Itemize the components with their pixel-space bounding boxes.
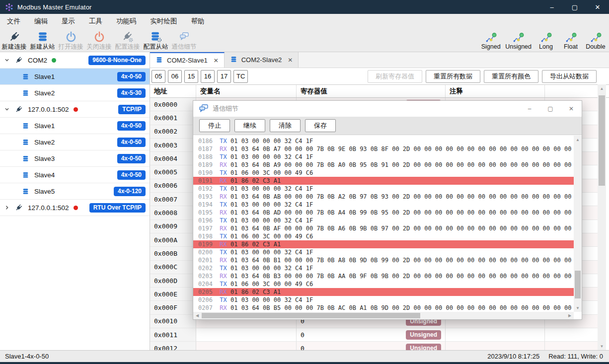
tree-slave-6[interactable]: Slave3 4x-0-50: [0, 150, 150, 167]
table-row[interactable]: 0x0012 0 Unsigned: [150, 342, 598, 350]
cell-comment[interactable]: [446, 328, 545, 342]
log-line[interactable]: 0194 TX 01 03 00 00 00 32 C4 1F: [193, 201, 574, 209]
log-line[interactable]: 0192 TX 01 03 00 00 00 32 C4 1F: [193, 185, 574, 193]
tab-COM2-Slave1[interactable]: COM2-Slave1 ✕: [150, 52, 225, 68]
tab-close-icon[interactable]: ✕: [288, 57, 293, 64]
dialog-minimize-button[interactable]: –: [519, 101, 540, 117]
tree-connection-0[interactable]: COM2 9600-8-None-One: [0, 52, 150, 69]
toolbar-float[interactable]: Float: [558, 29, 583, 51]
log-vertical-scrollbar[interactable]: ▲ ▼: [574, 136, 582, 312]
log-line[interactable]: 0195 RX 01 03 64 0B AD 00 00 00 7B 0B A4…: [193, 209, 574, 217]
comm-log[interactable]: 0186 TX 01 03 00 00 00 32 C4 1F0187 RX 0…: [193, 136, 574, 312]
fn-button-17[interactable]: 17: [217, 70, 231, 83]
log-line[interactable]: 0197 RX 01 03 64 0B AF 00 00 00 7B 0B A6…: [193, 224, 574, 232]
chevron-down-icon[interactable]: [0, 107, 13, 112]
chevron-right-icon[interactable]: [0, 205, 13, 210]
dialog-titlebar[interactable]: 通信细节 – ▢ ✕: [193, 101, 582, 117]
tree-slave-1[interactable]: Slave1 4x-0-50: [0, 69, 150, 85]
tree-slave-8[interactable]: Slave5 4x-0-120: [0, 183, 150, 200]
log-scroll-right-icon[interactable]: ▶: [566, 312, 574, 319]
table-scrollbar[interactable]: ▲ ▼: [598, 84, 606, 350]
log-line[interactable]: 0196 TX 01 03 00 00 00 32 C4 1F: [193, 217, 574, 224]
toolbar-signed[interactable]: Signed: [478, 29, 503, 51]
log-line[interactable]: 0200 TX 01 03 00 00 00 32 C4 1F: [193, 248, 574, 256]
fn-button-15[interactable]: 15: [184, 70, 198, 83]
menu-item-5[interactable]: 实时绘图: [144, 14, 184, 28]
log-scroll-up-icon[interactable]: ▲: [574, 136, 582, 144]
toolbar-comm-details[interactable]: 通信细节: [170, 29, 198, 51]
action-refresh-registers[interactable]: 刷新寄存器值: [368, 70, 422, 83]
column-header-2[interactable]: 寄存器值: [297, 85, 446, 97]
dialog-save-button[interactable]: 保存: [305, 119, 336, 132]
scroll-down-icon[interactable]: ▼: [598, 342, 606, 350]
cell-value[interactable]: 0 Unsigned: [297, 328, 446, 342]
scroll-thumb[interactable]: [599, 95, 605, 186]
log-line[interactable]: 0201 RX 01 03 64 0B B1 00 00 00 7B 0B A8…: [193, 256, 574, 264]
log-line[interactable]: 0188 TX 01 03 00 00 00 32 C4 1F: [193, 153, 574, 161]
tree-slave-5[interactable]: Slave2 4x-0-50: [0, 134, 150, 150]
table-row[interactable]: 0x0011 0 Unsigned: [150, 328, 598, 342]
log-scroll-down-icon[interactable]: ▼: [574, 304, 582, 312]
dialog-stop-button[interactable]: 停止: [199, 119, 230, 132]
toolbar-unsigned[interactable]: Unsigned: [503, 29, 533, 51]
column-header-3[interactable]: 注释: [446, 85, 545, 97]
log-line[interactable]: 0191 RX 01 86 02 C3 A1: [193, 177, 574, 185]
dialog-continue-button[interactable]: 继续: [234, 119, 265, 132]
toolbar-config-connection[interactable]: 配置连接: [113, 29, 142, 51]
tab-COM2-Slave2[interactable]: COM2-Slave2 ✕: [225, 52, 299, 68]
close-button[interactable]: ✕: [586, 0, 609, 14]
cell-name[interactable]: [196, 328, 297, 342]
column-header-0[interactable]: 地址: [150, 85, 196, 97]
log-line[interactable]: 0199 RX 01 86 02 C3 A1: [193, 240, 574, 248]
fn-button-06[interactable]: 06: [168, 70, 182, 83]
tree-connection-9[interactable]: 127.0.0.1:502 RTU Over TCP/IP: [0, 200, 150, 216]
tree-connection-3[interactable]: 127.0.0.1:502 TCP/IP: [0, 101, 150, 118]
toolbar-double[interactable]: Double: [583, 29, 608, 51]
log-line[interactable]: 0190 TX 01 06 00 3C 00 00 49 C6: [193, 169, 574, 177]
log-scroll-left-icon[interactable]: ◀: [193, 312, 201, 319]
menu-item-2[interactable]: 显示: [55, 14, 82, 28]
log-hscroll-thumb[interactable]: [202, 313, 420, 318]
log-line[interactable]: 0198 TX 01 06 00 3C 00 00 49 C6: [193, 232, 574, 240]
log-line[interactable]: 0205 RX 01 86 02 C3 A1: [193, 288, 574, 296]
log-line[interactable]: 0187 RX 01 03 64 0B A7 00 00 00 7B 0B 9E…: [193, 145, 574, 153]
menu-item-4[interactable]: 功能码: [109, 14, 144, 28]
tree-slave-2[interactable]: Slave2 4x-5-30: [0, 85, 150, 101]
cell-comment[interactable]: [446, 342, 545, 350]
value-type-badge[interactable]: Unsigned: [406, 330, 441, 340]
chevron-down-icon[interactable]: [0, 58, 13, 63]
toolbar-close-connection[interactable]: 关闭连接: [85, 29, 113, 51]
action-reset-all-colors[interactable]: 重置所有颜色: [484, 70, 538, 83]
log-line[interactable]: 0189 RX 01 03 64 0B A9 00 00 00 7B 0B A0…: [193, 161, 574, 169]
value-type-badge[interactable]: Unsigned: [406, 344, 441, 350]
tree-slave-4[interactable]: Slave1 4x-0-50: [0, 118, 150, 134]
toolbar-config-slave[interactable]: 配置从站: [142, 29, 170, 51]
tab-close-icon[interactable]: ✕: [214, 57, 219, 64]
action-reset-all-data[interactable]: 重置所有数据: [426, 70, 480, 83]
tree-slave-7[interactable]: Slave4 4x-0-50: [0, 167, 150, 183]
fn-button-16[interactable]: 16: [201, 70, 215, 83]
menu-item-3[interactable]: 工具: [82, 14, 109, 28]
scroll-up-icon[interactable]: ▲: [598, 84, 606, 92]
fn-button-TC[interactable]: TC: [233, 70, 248, 83]
log-line[interactable]: 0202 TX 01 03 00 00 00 32 C4 1F: [193, 264, 574, 272]
log-line[interactable]: 0204 TX 01 06 00 3C 00 00 49 C6: [193, 280, 574, 288]
column-header-1[interactable]: 变量名: [196, 85, 297, 97]
cell-value[interactable]: 0 Unsigned: [297, 342, 446, 350]
fn-button-05[interactable]: 05: [152, 70, 165, 83]
log-line[interactable]: 0203 RX 01 03 64 0B B3 00 00 00 7B 0B AA…: [193, 272, 574, 280]
action-export-slave-data[interactable]: 导出从站数据: [542, 70, 597, 83]
menu-item-6[interactable]: 帮助: [184, 14, 212, 28]
maximize-button[interactable]: ▢: [563, 0, 586, 14]
toolbar-open-connection[interactable]: 打开连接: [57, 29, 85, 51]
toolbar-new-slave[interactable]: 新建从站: [28, 29, 57, 51]
log-horizontal-scrollbar[interactable]: ◀ ▶: [193, 312, 574, 319]
log-scroll-thumb[interactable]: [575, 271, 581, 298]
menu-item-0[interactable]: 文件: [0, 14, 27, 28]
log-line[interactable]: 0207 RX 01 03 64 0B B5 00 00 00 7B 0B AC…: [193, 304, 574, 312]
dialog-clear-button[interactable]: 清除: [270, 119, 301, 132]
toolbar-long[interactable]: Long: [533, 29, 558, 51]
log-line[interactable]: 0193 RX 01 03 64 0B AB 00 00 00 7B 0B A2…: [193, 193, 574, 201]
dialog-maximize-button[interactable]: ▢: [540, 101, 561, 117]
minimize-button[interactable]: –: [540, 0, 563, 14]
